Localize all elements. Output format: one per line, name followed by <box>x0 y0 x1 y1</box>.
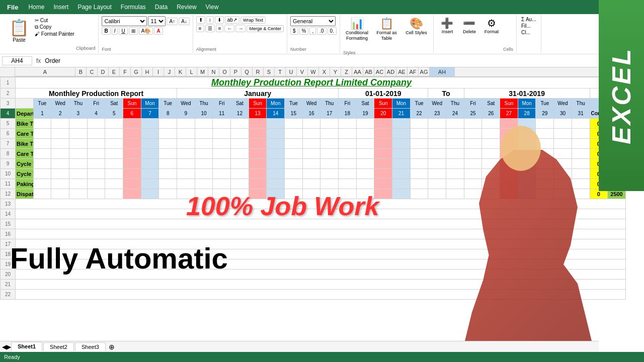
align-bottom-button[interactable]: ⬇ <box>215 16 224 24</box>
decrease-decimal-button[interactable]: 0. <box>328 27 337 35</box>
tab-view[interactable]: View <box>202 3 223 12</box>
col-header-AB[interactable]: AB <box>363 67 374 76</box>
border-button[interactable]: ⊞ <box>129 27 138 35</box>
col-header-C[interactable]: C <box>87 67 98 76</box>
dept-bike-tube[interactable]: Bike Tube <box>16 139 34 149</box>
autosum-button[interactable]: Σ Au... <box>520 16 538 23</box>
tab-page-layout[interactable]: Page Layout <box>73 3 115 12</box>
col-header-L[interactable]: L <box>186 67 197 76</box>
col-header-K[interactable]: K <box>175 67 186 76</box>
tab-insert[interactable]: Insert <box>49 3 72 12</box>
font-family-select[interactable]: Calibri <box>102 16 147 26</box>
col-header-U[interactable]: U <box>286 67 297 76</box>
dept-bike-tyre[interactable]: Bike Tyre <box>16 119 34 129</box>
col-header-X[interactable]: X <box>319 67 330 76</box>
align-left-button[interactable]: ≡ <box>196 25 204 32</box>
currency-button[interactable]: $ <box>290 27 298 35</box>
italic-button[interactable]: I <box>112 27 118 35</box>
conditional-formatting-btn[interactable]: 📊 Conditional Formatting <box>343 16 371 42</box>
number-format-select[interactable]: General <box>290 16 336 26</box>
font-color-button[interactable]: A <box>154 27 163 35</box>
increase-indent-button[interactable]: → <box>235 25 246 32</box>
subtitle-date1[interactable]: 01-01-2019 <box>339 88 428 99</box>
col-header-Y[interactable]: Y <box>330 67 341 76</box>
align-right-button[interactable]: ≡ <box>216 25 224 32</box>
col-header-R[interactable]: R <box>253 67 264 76</box>
col-header-D[interactable]: D <box>98 67 109 76</box>
dept-care-tyre[interactable]: Care Tyre <box>16 129 34 139</box>
sheet-tab-sheet1[interactable]: Sheet1 <box>11 342 42 351</box>
col-header-AF[interactable]: AF <box>408 67 419 76</box>
col-header-Z[interactable]: Z <box>341 67 352 76</box>
comma-button[interactable]: , <box>309 27 316 35</box>
decrease-font-button[interactable]: A↓ <box>179 18 190 25</box>
dept-care-tube[interactable]: Care Tube <box>16 149 34 159</box>
next-sheet-button[interactable]: ▶ <box>7 343 11 350</box>
col-header-I[interactable]: I <box>153 67 164 76</box>
delete-btn[interactable]: ➖ Delete <box>459 16 480 35</box>
col-header-V[interactable]: V <box>297 67 308 76</box>
format-as-table-btn[interactable]: 📋 Format as Table <box>373 16 400 42</box>
clear-button[interactable]: Cl... <box>520 29 532 36</box>
col-header-AE[interactable]: AE <box>396 67 408 76</box>
col-header-A[interactable]: A <box>15 67 75 76</box>
dept-cycle-tube[interactable]: Cycle Tube <box>16 169 34 179</box>
dept-paking[interactable]: Paking <box>16 179 34 189</box>
col-header-AH[interactable]: AH <box>430 67 455 76</box>
tab-review[interactable]: Review <box>173 3 200 12</box>
col-header-N[interactable]: N <box>208 67 219 76</box>
decrease-indent-button[interactable]: ← <box>224 25 234 32</box>
paste-button[interactable]: 📋 Paste <box>7 16 31 44</box>
tab-formulas[interactable]: Formulas <box>117 3 150 12</box>
col-header-M[interactable]: M <box>197 67 208 76</box>
font-size-select[interactable]: 11 <box>148 16 166 26</box>
col-header-P[interactable]: P <box>230 67 242 76</box>
subtitle-date2[interactable]: 31-01-2019 <box>464 88 590 99</box>
add-sheet-button[interactable]: ⊕ <box>109 343 115 351</box>
col-header-Q[interactable]: Q <box>242 67 253 76</box>
file-tab[interactable]: File <box>2 3 23 12</box>
align-middle-button[interactable]: ↕ <box>206 16 214 24</box>
dept-dispatch[interactable]: Dispatch <box>16 189 34 199</box>
fill-button[interactable]: Fil... <box>520 23 532 29</box>
subtitle-center[interactable]: January <box>177 88 339 99</box>
cut-button[interactable]: ✂ Cut <box>33 17 76 24</box>
subtitle-left[interactable]: Monthley Production Report <box>16 88 177 99</box>
sheet-tab-sheet2[interactable]: Sheet2 <box>43 342 74 351</box>
increase-font-button[interactable]: A↑ <box>167 18 178 25</box>
col-header-B[interactable]: B <box>75 67 87 76</box>
increase-decimal-button[interactable]: .0 <box>317 27 326 35</box>
format-btn-cells[interactable]: ⚙ Format <box>481 16 502 35</box>
col-header-H[interactable]: H <box>142 67 153 76</box>
dept-header[interactable]: Department <box>16 109 34 119</box>
col-header-AC[interactable]: AC <box>374 67 385 76</box>
sheet-tab-sheet3[interactable]: Sheet3 <box>75 342 106 351</box>
col-header-F[interactable]: F <box>120 67 131 76</box>
insert-btn[interactable]: ➕ Insert <box>437 16 458 35</box>
tab-data[interactable]: Data <box>151 3 172 12</box>
col-header-S[interactable]: S <box>264 67 275 76</box>
col-header-W[interactable]: W <box>308 67 319 76</box>
col-header-G[interactable]: G <box>131 67 142 76</box>
format-painter-button[interactable]: 🖌 Format Painter <box>33 31 76 37</box>
prev-sheet-button[interactable]: ◀ <box>2 343 7 350</box>
col-header-T[interactable]: T <box>275 67 286 76</box>
col-header-AD[interactable]: AD <box>385 67 396 76</box>
copy-button[interactable]: ⧉ Copy <box>33 24 76 31</box>
wrap-text-button[interactable]: Wrap Text <box>240 17 266 24</box>
align-center-button[interactable]: ☰ <box>205 25 215 32</box>
col-header-J[interactable]: J <box>164 67 175 76</box>
underline-button[interactable]: U <box>119 27 127 35</box>
cell-styles-btn[interactable]: 🎨 Cell Styles <box>403 16 430 37</box>
bold-button[interactable]: B <box>102 27 110 35</box>
tab-home[interactable]: Home <box>24 3 48 12</box>
spreadsheet-title[interactable]: Monthley Production Report Limited Compa… <box>16 77 608 88</box>
fill-color-button[interactable]: A🎨 <box>139 27 153 35</box>
col-header-AA[interactable]: AA <box>352 67 363 76</box>
col-header-E[interactable]: E <box>109 67 120 76</box>
cell-reference-input[interactable]: AH4 <box>2 56 32 65</box>
formula-input[interactable]: Order <box>43 57 642 65</box>
align-top-button[interactable]: ⬆ <box>196 16 205 24</box>
orientation-button[interactable]: ab↗ <box>225 16 239 24</box>
merge-center-button[interactable]: Merge & Center <box>247 25 284 32</box>
